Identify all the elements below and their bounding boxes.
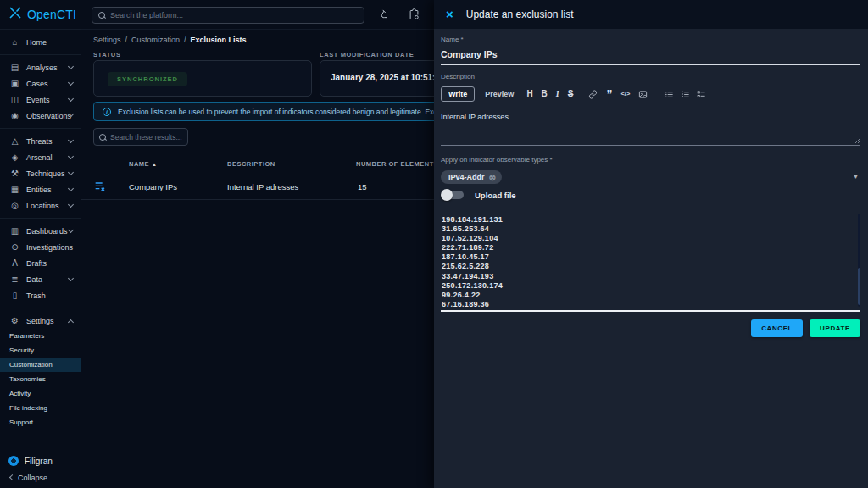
ip-value: 33.47.194.193 [442,272,860,281]
link-icon[interactable] [588,90,598,99]
sidebar-item-events[interactable]: ◫ Events [0,92,81,108]
sidebar-subitem-support[interactable]: Support [0,415,81,430]
platform-search[interactable] [92,7,364,24]
bulleted-list-icon[interactable] [665,90,674,99]
divider [0,218,81,219]
column-label: NAME [129,160,149,168]
bold-button[interactable]: B [542,89,548,99]
collapse-button[interactable]: Collapse [0,470,81,485]
sidebar: OpenCTI ⌂ Home ▤ Analyses ▣ Cases ◫ Even… [0,0,81,488]
close-icon[interactable]: × [446,8,453,20]
collapse-label: Collapse [18,474,47,482]
sidebar-item-label: Arsenal [26,153,53,162]
sidebar-item-investigations[interactable]: ⊙ Investigations [0,239,81,255]
description-textarea[interactable]: Internal IP adresses [441,105,860,146]
sidebar-subitem-taxonomies[interactable]: Taxonomies [0,372,81,386]
sidebar-item-home[interactable]: ⌂ Home [0,34,81,50]
update-button[interactable]: UPDATE [810,319,860,337]
locations-icon: ◎ [9,202,20,210]
upload-file-toggle[interactable] [443,191,464,199]
search-input[interactable] [110,11,358,19]
sidebar-item-observations[interactable]: ◉ Observations [0,108,81,124]
sidebar-subitem-file-indexing[interactable]: File indexing [0,401,81,415]
filigran-brand[interactable]: Filigran [0,452,81,470]
divider [0,308,81,308]
sidebar-subitem-security[interactable]: Security [0,343,81,358]
sidebar-item-dashboards[interactable]: ▥ Dashboards [0,223,81,239]
tab-preview[interactable]: Preview [485,90,514,98]
app-title: OpenCTI [27,8,76,21]
opencti-logo-icon [8,5,23,24]
row-elements-count: 15 [358,182,367,191]
quote-icon[interactable]: ” [606,91,612,97]
column-header-elements[interactable]: NUMBER OF ELEMENTS [356,160,438,168]
sidebar-subitem-customization[interactable]: Customization [0,358,81,372]
chip-label: IPv4-Addr [448,173,485,181]
image-icon[interactable] [638,90,648,99]
numbered-list-icon[interactable] [681,90,690,99]
search-icon [99,134,106,141]
sidebar-item-techniques[interactable]: ⚒ Techniques [0,165,81,181]
sidebar-item-analyses[interactable]: ▤ Analyses [0,59,81,75]
sidebar-item-entities[interactable]: ▦ Entities [0,181,81,197]
exclusion-values-textarea[interactable]: 198.184.191.131 31.65.253.64 107.52.129.… [441,212,860,312]
observable-types-select[interactable]: IPv4-Addr ⊗ ▼ [441,168,860,186]
observations-icon: ◉ [9,112,20,120]
strikethrough-button[interactable]: S [568,89,574,99]
breadcrumb-settings[interactable]: Settings [93,36,121,44]
subitem-label: Support [9,419,33,426]
results-search[interactable] [93,128,188,146]
column-header-name[interactable]: NAME▲ [129,160,158,168]
breadcrumb-separator: / [125,36,128,44]
sidebar-item-drafts[interactable]: Λ Drafts [0,255,81,271]
resize-handle-icon[interactable] [854,137,860,143]
divider [0,54,81,55]
format-group-lists [665,90,706,99]
tab-write[interactable]: Write [441,86,475,102]
chevron-down-icon [68,169,74,175]
results-search-input[interactable] [110,133,182,141]
code-icon[interactable]: </> [620,89,630,99]
drawer-header: × Update an exclusion list [434,0,868,29]
sort-asc-icon: ▲ [152,162,157,167]
observable-types-field: Apply on indicator observable types * IP… [441,156,860,186]
format-group-insert: ” </> [588,89,648,99]
drawer-actions: CANCEL UPDATE [441,319,860,337]
chip-delete-icon[interactable]: ⊗ [489,174,496,181]
scrollbar[interactable] [858,214,860,307]
sidebar-item-trash[interactable]: ▯ Trash [0,287,81,303]
sidebar-item-locations[interactable]: ◎ Locations [0,197,81,214]
breadcrumb-customization[interactable]: Customization [131,36,180,44]
sidebar-subitem-activity[interactable]: Activity [0,386,81,401]
name-input[interactable] [441,49,860,65]
cases-icon: ▣ [9,80,20,88]
description-value: Internal IP adresses [441,105,860,121]
toggle-knob [441,189,453,201]
sidebar-subitem-parameters[interactable]: Parameters [0,329,81,343]
sidebar-item-label: Entities [26,186,52,194]
column-header-description[interactable]: DESCRIPTION [227,160,275,168]
sidebar-item-label: Investigations [26,243,73,252]
sidebar-item-settings[interactable]: ⚙ Settings [0,313,81,329]
subitem-label: Taxonomies [9,375,46,383]
sidebar-item-data[interactable]: ≣ Data [0,271,81,287]
cancel-button[interactable]: CANCEL [751,319,803,337]
ip-lines: 198.184.191.131 31.65.253.64 107.52.129.… [441,212,860,309]
checklist-icon[interactable] [697,90,706,99]
chevron-up-icon [68,319,74,324]
sidebar-item-cases[interactable]: ▣ Cases [0,75,81,92]
clipboard-search-icon[interactable] [408,8,420,21]
opencti-logo[interactable]: OpenCTI [0,0,81,30]
ipv4-addr-chip[interactable]: IPv4-Addr ⊗ [441,170,502,184]
italic-button[interactable]: I [556,89,559,99]
upload-file-field: Upload file [441,188,860,202]
sidebar-item-arsenal[interactable]: ◈ Arsenal [0,149,81,165]
sidebar-item-threats[interactable]: △ Threats [0,133,81,149]
ip-value: 99.26.4.22 [442,291,860,300]
scrollbar-thumb[interactable] [858,268,860,305]
microscope-icon[interactable] [378,8,391,21]
chevron-down-icon[interactable]: ▼ [853,174,859,180]
search-icon [98,12,105,19]
heading-button[interactable]: H [526,89,532,99]
divider [0,128,81,129]
